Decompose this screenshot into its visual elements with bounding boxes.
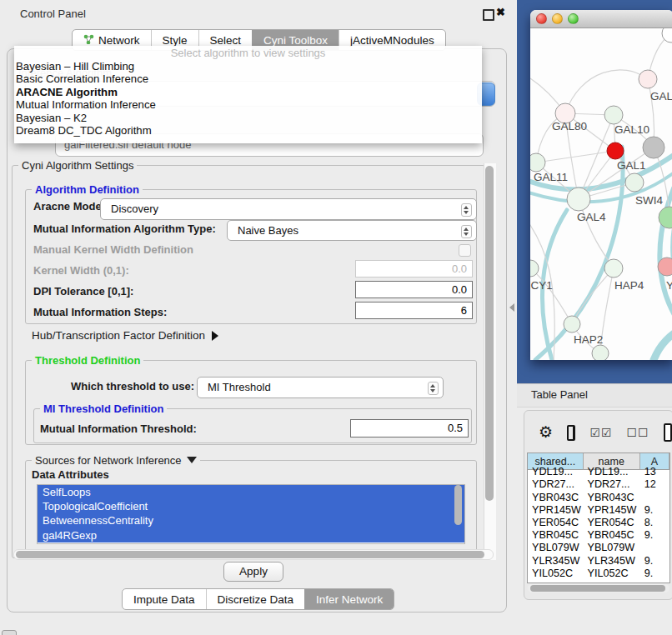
tab-infer-network[interactable]: Infer Network [304, 589, 394, 609]
network-canvas[interactable]: GALGAL80GAL10GAL1GAL11SWI4GAL4GCY1HAP4YH… [530, 28, 672, 360]
tab-impute-data[interactable]: Impute Data [123, 589, 206, 609]
spinner-icon[interactable] [428, 382, 439, 395]
attribute-item-gal4rgexp[interactable]: gal4RGexp [38, 528, 464, 542]
dropdown-item-basic-correlation-inference[interactable]: Basic Correlation Inference [14, 72, 482, 85]
gear-icon[interactable]: ⚙ [539, 420, 553, 445]
data-attributes-list[interactable]: SelfLoopsTopologicalCoefficientBetweenne… [37, 484, 465, 544]
close-icon[interactable]: ✖ [496, 6, 505, 18]
table-cell[interactable]: YBR043C [528, 492, 583, 504]
table-row[interactable]: YBR043CYBR043C [528, 492, 669, 504]
data-attributes-label: Data Attributes [32, 468, 109, 481]
mac-minimize-icon[interactable] [552, 13, 563, 24]
table-cell[interactable]: YLR345W [528, 555, 583, 568]
network-node-swi4[interactable] [625, 173, 644, 192]
table-cell[interactable]: YPR145W [583, 504, 639, 517]
attribute-item-topologicalcoefficient[interactable]: TopologicalCoefficient [38, 499, 464, 513]
table-row[interactable]: YDL19...YDL19...13 [528, 466, 669, 478]
table-cell[interactable]: YIL052C [528, 568, 583, 580]
network-window-titlebar[interactable] [530, 10, 672, 28]
attribute-item-selfloops[interactable]: SelfLoops [38, 485, 464, 499]
table-cell[interactable] [640, 492, 669, 504]
dropdown-item-mutual-information-inference[interactable]: Mutual Information Inference [14, 98, 482, 111]
dropdown-item-bayesian-hill-climbing[interactable]: Bayesian – Hill Climbing [14, 60, 482, 72]
network-node-hap2[interactable] [564, 316, 580, 332]
table-cell[interactable]: YBR045C [583, 529, 639, 542]
network-node-hap4[interactable] [604, 259, 623, 278]
node-label-swi4: SWI4 [635, 194, 663, 207]
dropdown-item-bayesian-k2[interactable]: Bayesian – K2 [14, 112, 482, 124]
which-threshold-label: Which threshold to use: [71, 380, 194, 392]
table-cell[interactable]: YDR27... [528, 478, 583, 491]
apply-button[interactable]: Apply [223, 562, 283, 582]
mi-steps-input[interactable]: 6 [355, 302, 473, 319]
float-window-icon[interactable] [483, 9, 494, 21]
document-icon[interactable] [664, 423, 672, 442]
kernel-width-label: Kernel Width (0,1): [33, 264, 129, 277]
bottom-left-button[interactable] [2, 630, 17, 635]
mac-zoom-icon[interactable] [568, 13, 579, 24]
table-row[interactable]: YER054CYER054C8. [528, 517, 669, 529]
table-cell[interactable]: YDR27... [583, 478, 639, 491]
table-cell[interactable]: 9. [640, 529, 669, 542]
table-row[interactable]: YLR345WYLR345W9. [528, 555, 669, 568]
attribute-list-scrollbar[interactable] [454, 485, 462, 525]
checked-checkboxes-icon[interactable]: ☑☑ [589, 426, 612, 439]
table-cell[interactable]: YIL052C [583, 568, 639, 580]
network-node-y[interactable] [658, 258, 672, 276]
settings-horizontal-scrollbar-thumb[interactable] [16, 551, 484, 558]
attribute-item-betweennesscentrality[interactable]: BetweennessCentrality [38, 513, 464, 528]
table-cell[interactable]: YBR043C [583, 492, 639, 504]
table-cell[interactable]: 8. [640, 517, 669, 529]
expand-right-arrow-icon[interactable] [212, 331, 218, 341]
node-table[interactable]: shared...nameA YDL19...YDL19...13YDR27..… [527, 452, 670, 583]
settings-vertical-scrollbar-thumb[interactable] [485, 166, 494, 501]
table-cell[interactable]: YPR145W [528, 504, 583, 517]
collapse-down-arrow-icon[interactable] [187, 457, 197, 463]
manual-kernel-checkbox[interactable] [459, 244, 471, 257]
table-row[interactable]: YDR27...YDR27...12 [528, 478, 669, 491]
table-cell[interactable]: 13 [640, 466, 669, 478]
spinner-icon[interactable] [461, 203, 472, 217]
unchecked-checkboxes-icon[interactable]: ☐☐ [627, 426, 649, 439]
table-cell[interactable]: 9. [640, 568, 669, 580]
table-cell[interactable]: YBR045C [528, 529, 583, 542]
spinner-icon[interactable] [461, 225, 472, 238]
table-cell[interactable]: YBL079W [583, 542, 639, 554]
table-row[interactable]: YIL052CYIL052C9. [528, 568, 669, 580]
which-threshold-select[interactable]: MI Threshold [197, 377, 444, 398]
table-cell[interactable]: YER054C [528, 517, 583, 529]
table-cell[interactable]: YDL19... [528, 466, 583, 478]
table-row[interactable]: YBR045CYBR045C9. [528, 529, 669, 542]
network-node-gal1[interactable] [607, 142, 624, 159]
table-cell[interactable]: YLR345W [583, 555, 639, 568]
table-horizontal-scrollbar-thumb[interactable] [530, 585, 665, 592]
table-row[interactable]: YBL079WYBL079W [528, 542, 669, 554]
network-node-gal10[interactable] [604, 106, 623, 124]
network-node[interactable] [643, 137, 664, 158]
table-cell[interactable]: YBL079W [528, 542, 583, 554]
cyni-settings-title: Cyni Algorithm Settings [18, 159, 137, 172]
tab-discretize-data[interactable]: Discretize Data [206, 589, 305, 609]
network-node-gal[interactable] [639, 70, 657, 88]
mi-type-select[interactable]: Naive Bayes [227, 220, 477, 241]
dropdown-item-dream8-dc-tdc-algorithm[interactable]: Dream8 DC_TDC Algorithm [14, 124, 482, 137]
network-node-gal11[interactable] [530, 153, 545, 172]
dpi-tolerance-input[interactable]: 0.0 [355, 281, 473, 298]
table-cell[interactable]: YER054C [583, 517, 639, 529]
aracne-mode-select[interactable]: Discovery [100, 198, 477, 220]
table-row[interactable]: YPR145WYPR145W9. [528, 504, 669, 517]
table-cell[interactable]: 12 [640, 478, 669, 491]
table-cell[interactable]: YDL19... [583, 466, 639, 478]
kernel-width-input[interactable]: 0.0 [355, 260, 473, 278]
network-node-gal4[interactable] [567, 188, 590, 211]
table-cell[interactable]: 9. [640, 504, 669, 517]
hub-definition-expander[interactable]: Hub/Transcription Factor Definition [32, 329, 218, 342]
mi-threshold-input[interactable]: 0.5 [350, 419, 469, 438]
network-node[interactable] [592, 345, 609, 360]
table-cell[interactable]: 9. [640, 555, 669, 568]
mac-close-icon[interactable] [536, 13, 547, 24]
columns-icon[interactable] [567, 425, 575, 441]
panel-divider-handle-icon[interactable] [509, 303, 514, 312]
table-cell[interactable] [640, 542, 669, 554]
dropdown-item-aracne-algorithm[interactable]: ARACNE Algorithm [14, 86, 482, 98]
